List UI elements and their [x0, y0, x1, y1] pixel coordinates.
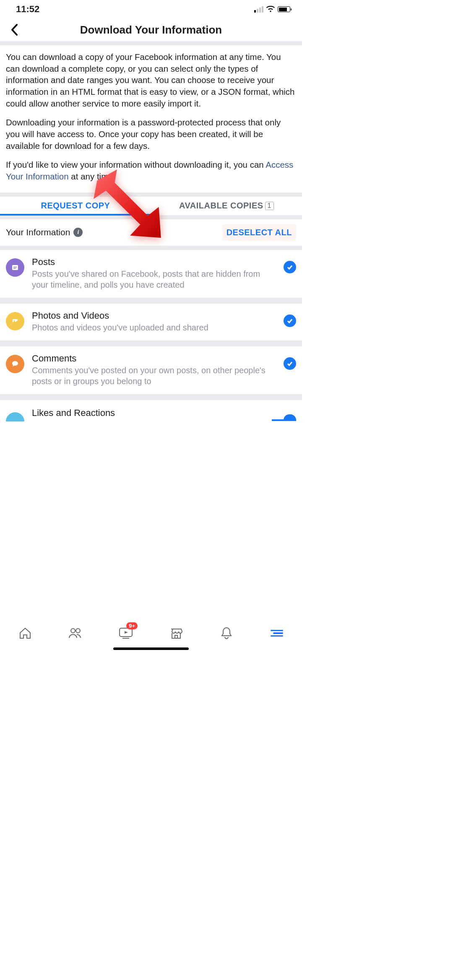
likes-icon — [6, 412, 24, 421]
item-title: Posts — [32, 257, 273, 268]
item-likes-reactions[interactable]: Likes and Reactions — [0, 400, 302, 420]
status-indicators — [254, 6, 290, 13]
tab-marketplace[interactable] — [164, 625, 189, 642]
item-desc: Comments you've posted on your own posts… — [32, 365, 273, 387]
section-title: Your Information — [6, 227, 70, 237]
photos-icon — [6, 312, 24, 330]
page-title: Download Your Information — [23, 23, 279, 36]
status-time: 11:52 — [16, 4, 39, 15]
info-icon[interactable]: i — [73, 228, 83, 237]
watch-badge: 9+ — [126, 622, 138, 629]
item-title: Photos and Videos — [32, 310, 273, 321]
checkmark-icon — [284, 315, 296, 327]
your-information-header: Your Information i DESELECT ALL — [0, 219, 302, 250]
svg-rect-1 — [13, 267, 17, 268]
intro-section: You can download a copy of your Facebook… — [0, 45, 302, 197]
checkmark-icon — [284, 357, 296, 370]
item-photos-videos[interactable]: Photos and Videos Photos and videos you'… — [0, 304, 302, 346]
battery-icon — [278, 6, 290, 12]
svg-point-6 — [76, 629, 80, 633]
status-bar: 11:52 — [0, 0, 302, 18]
nav-header: Download Your Information — [0, 18, 302, 45]
cellular-signal-icon — [254, 6, 263, 13]
intro-paragraph-2: Downloading your information is a passwo… — [6, 117, 296, 151]
posts-icon — [6, 258, 24, 277]
tab-available-copies[interactable]: AVAILABLE COPIES 1 — [151, 197, 302, 215]
deselect-all-button[interactable]: DESELECT ALL — [222, 224, 296, 241]
comments-icon — [6, 355, 24, 373]
partial-underline — [272, 419, 296, 421]
tab-menu[interactable] — [264, 625, 289, 642]
item-desc: Posts you've shared on Facebook, posts t… — [32, 268, 273, 290]
svg-rect-0 — [12, 265, 18, 270]
tab-watch[interactable]: 9+ — [113, 625, 138, 642]
intro-paragraph-1: You can download a copy of your Facebook… — [6, 51, 296, 109]
tab-home[interactable] — [13, 625, 38, 642]
home-indicator — [113, 647, 189, 650]
item-title: Likes and Reactions — [32, 408, 273, 419]
item-title: Comments — [32, 353, 273, 364]
tab-notifications[interactable] — [214, 625, 239, 642]
tabs: REQUEST COPY AVAILABLE COPIES 1 — [0, 197, 302, 219]
item-comments[interactable]: Comments Comments you've posted on your … — [0, 346, 302, 400]
item-posts[interactable]: Posts Posts you've shared on Facebook, p… — [0, 250, 302, 304]
intro-paragraph-3: If you'd like to view your information w… — [6, 159, 296, 182]
svg-rect-2 — [13, 268, 16, 269]
svg-point-5 — [71, 629, 75, 633]
tab-friends[interactable] — [63, 625, 88, 642]
wifi-icon — [266, 6, 275, 13]
tab-request-copy[interactable]: REQUEST COPY — [0, 197, 151, 215]
available-count-badge: 1 — [265, 202, 274, 210]
back-button[interactable] — [6, 21, 23, 38]
checkmark-icon — [284, 261, 296, 273]
item-desc: Photos and videos you've uploaded and sh… — [32, 322, 273, 333]
